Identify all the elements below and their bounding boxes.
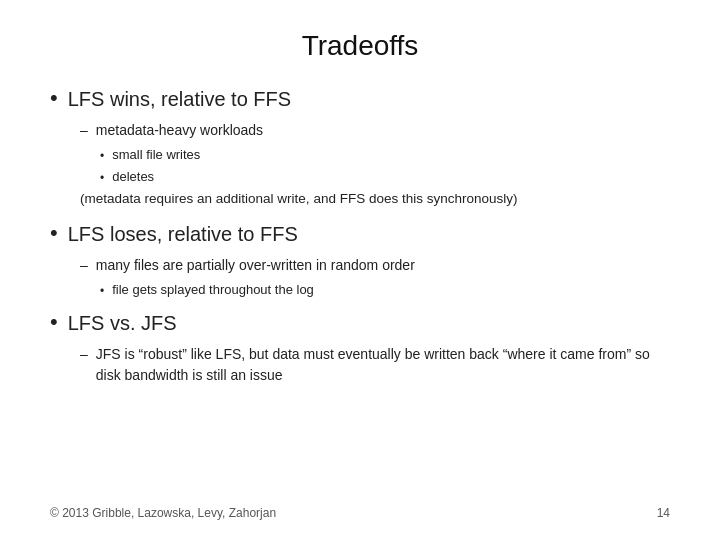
sub-sub-text-3: file gets splayed throughout the log: [112, 280, 314, 300]
dash-2: –: [80, 255, 88, 276]
slide: Tradeoffs • LFS wins, relative to FFS – …: [0, 0, 720, 540]
main-bullet-lfs-jfs: • LFS vs. JFS: [50, 308, 670, 338]
sub-sub-splayed: • file gets splayed throughout the log: [100, 280, 670, 300]
sub-sub-text-2: deletes: [112, 167, 154, 187]
main-bullet-lfs-wins: • LFS wins, relative to FFS: [50, 84, 670, 114]
sub-sub-text-1: small file writes: [112, 145, 200, 165]
sub-bullet-metadata: – metadata-heavy workloads: [80, 120, 670, 141]
main-bullet-lfs-loses-text: LFS loses, relative to FFS: [68, 219, 298, 249]
note-lfs-wins: (metadata requires an additional write, …: [80, 189, 670, 209]
slide-content: • LFS wins, relative to FFS – metadata-h…: [50, 84, 670, 496]
section-lfs-wins: • LFS wins, relative to FFS – metadata-h…: [50, 84, 670, 209]
footer: © 2013 Gribble, Lazowska, Levy, Zahorjan…: [50, 496, 670, 520]
dash-1: –: [80, 120, 88, 141]
sub-sub-small-file-writes: • small file writes: [100, 145, 670, 165]
bullet-dot-2: •: [50, 219, 58, 248]
sub-bullet-metadata-text: metadata-heavy workloads: [96, 120, 263, 141]
bullet-dot-1: •: [50, 84, 58, 113]
bullet-dot-3: •: [50, 308, 58, 337]
sub-bullet-partial: – many files are partially over-written …: [80, 255, 670, 276]
dash-3: –: [80, 344, 88, 365]
main-bullet-lfs-jfs-text: LFS vs. JFS: [68, 308, 177, 338]
sub-bullet-jfs: – JFS is “robust” like LFS, but data mus…: [80, 344, 670, 386]
copyright: © 2013 Gribble, Lazowska, Levy, Zahorjan: [50, 506, 276, 520]
dot-3: •: [100, 282, 104, 300]
sub-bullet-partial-text: many files are partially over-written in…: [96, 255, 415, 276]
section-lfs-jfs: • LFS vs. JFS – JFS is “robust” like LFS…: [50, 308, 670, 386]
section-lfs-loses: • LFS loses, relative to FFS – many file…: [50, 219, 670, 300]
dot-2: •: [100, 169, 104, 187]
sub-sub-deletes: • deletes: [100, 167, 670, 187]
slide-title: Tradeoffs: [50, 30, 670, 62]
page-number: 14: [657, 506, 670, 520]
main-bullet-lfs-wins-text: LFS wins, relative to FFS: [68, 84, 291, 114]
dot-1: •: [100, 147, 104, 165]
sub-bullet-jfs-text: JFS is “robust” like LFS, but data must …: [96, 344, 670, 386]
main-bullet-lfs-loses: • LFS loses, relative to FFS: [50, 219, 670, 249]
